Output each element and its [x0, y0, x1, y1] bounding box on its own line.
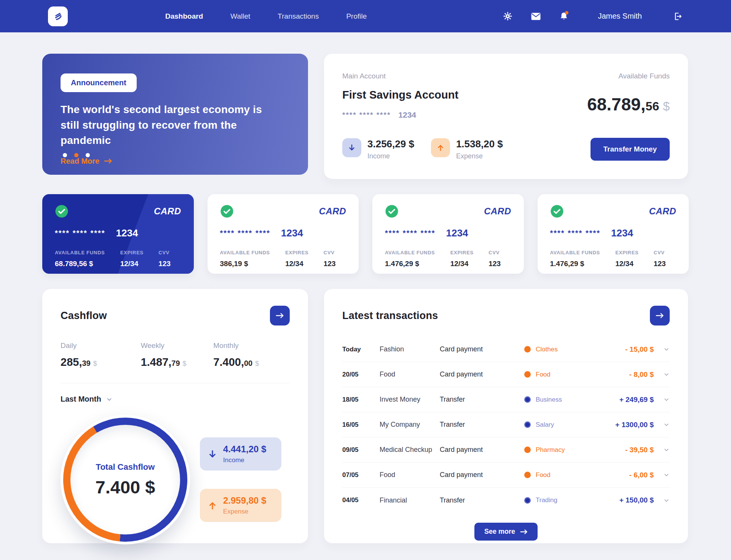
cards-row: CARD **** **** **** 1234 AVAILABLE FUNDS… [42, 194, 689, 274]
period-value: 285, [61, 356, 82, 368]
notifications-bell-icon[interactable] [560, 12, 568, 21]
transfer-money-button[interactable]: Transfer Money [591, 138, 670, 161]
nav-item-transactions[interactable]: Transactions [278, 12, 319, 21]
carousel-dot-2-active[interactable] [74, 153, 78, 157]
period-fraction: 39 [82, 359, 90, 367]
transaction-row[interactable]: 16/05 My Company Transfer Salary + 1300,… [342, 412, 670, 437]
transaction-date: 09/05 [342, 446, 380, 454]
announcement-card: Announcement The world's second largest … [42, 54, 308, 175]
brand-logo[interactable] [48, 6, 68, 26]
transaction-amount: + 1300,00 $ [596, 421, 654, 429]
see-more-label: See more [484, 528, 515, 536]
category-dot [524, 421, 531, 428]
nav-item-wallet[interactable]: Wallet [230, 12, 250, 21]
funds-label: AVAILABLE FUNDS [55, 250, 120, 255]
income-chip: 4.441,20 $ Income [200, 437, 281, 471]
verified-check-icon [385, 204, 399, 218]
income-summary: 3.256,29 $ Income [342, 138, 414, 160]
transaction-row[interactable]: 20/05 Food Card payment Food - 8,00 $ [342, 362, 670, 387]
period-currency: $ [255, 360, 259, 367]
card-mask: **** **** **** [220, 229, 271, 238]
carousel-dots [63, 153, 90, 157]
transaction-date: 20/05 [342, 371, 380, 378]
mail-icon[interactable] [531, 13, 541, 20]
card-mask: **** **** **** [550, 229, 601, 238]
nav-item-profile[interactable]: Profile [346, 12, 367, 21]
transaction-type: Card payment [440, 345, 524, 353]
expires-label: EXPIRES [120, 250, 159, 255]
bank-card-active[interactable]: CARD **** **** **** 1234 AVAILABLE FUNDS… [42, 194, 194, 274]
notification-badge [565, 11, 568, 14]
divider [61, 383, 290, 383]
main-account-card: Main Account Available Funds First Savin… [324, 54, 688, 179]
funds-value: 68.789,56 $ [55, 260, 120, 268]
funds-label: AVAILABLE FUNDS [220, 250, 286, 255]
income-label: Income [367, 152, 414, 160]
card-last4: 1234 [446, 227, 468, 239]
transaction-type: Transfer [440, 421, 524, 429]
settings-gear-icon[interactable] [503, 12, 512, 21]
transaction-row[interactable]: 07/05 Food Card payment Food - 6,00 $ [342, 463, 670, 488]
top-navbar: Dashboard Wallet Transactions Profile [0, 0, 731, 32]
donut-center-value: 7.400 $ [96, 477, 155, 498]
read-more-label: Read More [61, 157, 99, 166]
chevron-down-icon[interactable] [663, 371, 670, 378]
card-mask: **** **** **** [385, 229, 436, 238]
see-more-button[interactable]: See more [474, 523, 538, 541]
transaction-type: Transfer [440, 496, 524, 504]
cashflow-periods: Daily 285,39$ Weekly 1.487,79$ Monthly 7… [61, 341, 290, 369]
expires-value: 12/34 [120, 260, 159, 268]
cashflow-title: Cashflow [61, 310, 107, 322]
period-filter-dropdown[interactable]: Last Month [61, 395, 113, 404]
income-arrow-down-icon [342, 138, 361, 157]
transaction-name: My Company [380, 421, 440, 429]
chevron-down-icon[interactable] [663, 421, 670, 428]
funds-label: AVAILABLE FUNDS [385, 250, 450, 255]
chevron-down-icon[interactable] [663, 396, 670, 403]
funds-value: 1.476,29 $ [385, 260, 450, 268]
category-dot [524, 346, 531, 353]
cvv-label: CVV [654, 250, 676, 255]
transaction-row[interactable]: 04/05 Financial Transfer Trading + 150,0… [342, 488, 670, 513]
transaction-name: Medical Checkup [380, 446, 440, 454]
user-name[interactable]: James Smith [598, 12, 642, 21]
period-label: Weekly [141, 341, 214, 350]
bank-card[interactable]: CARD **** **** **** 1234 AVAILABLE FUNDS… [538, 194, 689, 274]
category-label: Pharmacy [536, 446, 565, 454]
verified-check-icon [55, 204, 69, 218]
donut-center-label: Total Cashflow [96, 462, 155, 472]
chevron-down-icon[interactable] [663, 497, 670, 504]
carousel-dot-1[interactable] [63, 153, 67, 157]
available-funds-label: Available Funds [618, 72, 670, 80]
transaction-name: Food [380, 370, 440, 378]
card-brand: CARD [319, 206, 346, 217]
income-chip-value: 4.441,20 $ [223, 444, 266, 455]
transactions-details-button[interactable] [650, 306, 670, 325]
cvv-label: CVV [324, 250, 346, 255]
category-label: Trading [536, 496, 557, 504]
transaction-row[interactable]: 09/05 Medical Checkup Card payment Pharm… [342, 437, 670, 463]
chevron-down-icon [106, 396, 113, 403]
logout-icon[interactable] [673, 12, 682, 21]
transaction-date: 04/05 [342, 496, 380, 504]
read-more-link[interactable]: Read More [61, 157, 112, 166]
category-dot [524, 371, 531, 378]
bank-card[interactable]: CARD **** **** **** 1234 AVAILABLE FUNDS… [372, 194, 524, 274]
carousel-dot-3[interactable] [86, 153, 90, 157]
announcement-headline: The world's second largest economy is st… [61, 102, 281, 148]
chevron-down-icon[interactable] [663, 447, 670, 453]
balance-fraction: 56 [646, 99, 659, 113]
expires-label: EXPIRES [450, 250, 489, 255]
chevron-down-icon[interactable] [663, 472, 670, 478]
transaction-type: Transfer [440, 396, 524, 404]
cvv-value: 123 [488, 260, 511, 268]
transaction-amount: - 39,50 $ [596, 446, 654, 454]
cashflow-details-button[interactable] [270, 306, 290, 325]
expense-chip-label: Expense [223, 508, 266, 515]
bank-card[interactable]: CARD **** **** **** 1234 AVAILABLE FUNDS… [207, 194, 359, 274]
chevron-down-icon[interactable] [663, 346, 670, 353]
expires-label: EXPIRES [615, 250, 654, 255]
nav-item-dashboard[interactable]: Dashboard [165, 12, 203, 21]
transaction-row[interactable]: 18/05 Invest Money Transfer Business + 2… [342, 387, 670, 412]
transaction-row[interactable]: Today Fashion Card payment Clothes - 15,… [342, 337, 670, 362]
